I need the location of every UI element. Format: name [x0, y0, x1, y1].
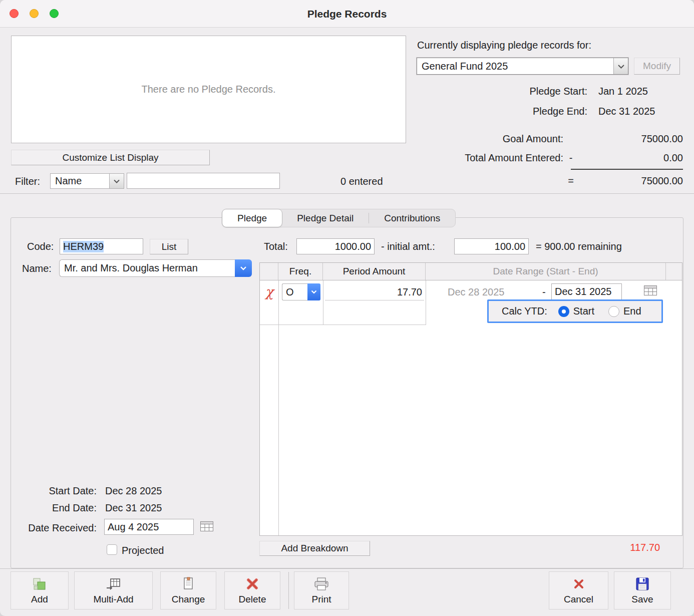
titlebar: Pledge Records [0, 0, 694, 28]
empty-list-message: There are no Pledge Records. [12, 36, 406, 143]
code-input[interactable]: HERM39 [60, 238, 143, 254]
filter-field-dropdown[interactable]: Name [50, 173, 124, 189]
breakdown-total: 117.70 [551, 542, 660, 553]
cancel-icon [572, 576, 586, 592]
list-button[interactable]: List [150, 239, 188, 254]
add-button[interactable]: Add [11, 571, 69, 609]
equals-sign: = [563, 175, 578, 187]
toolbar-divider [0, 568, 694, 569]
calendar-icon[interactable] [643, 285, 657, 298]
calc-ytd-start-radio[interactable] [558, 306, 569, 317]
date-range-dash: - [542, 286, 546, 298]
code-label: Code: [27, 241, 54, 252]
cancel-label: Cancel [564, 594, 593, 605]
filter-input[interactable] [127, 173, 280, 189]
tab-bar: Pledge Pledge Detail Contributions [222, 209, 456, 227]
goal-amount-value: 75000.00 [578, 133, 683, 145]
sum-line [571, 169, 683, 170]
freq-combobox[interactable]: O [282, 283, 320, 300]
total-input[interactable]: 1000.00 [296, 238, 375, 254]
initial-amount-value: 100.00 [495, 241, 525, 252]
change-button[interactable]: Change [160, 571, 216, 609]
goal-amount-label: Goal Amount: [351, 133, 563, 145]
customize-list-display-button[interactable]: Customize List Display [11, 150, 210, 165]
chevron-down-icon [240, 266, 247, 270]
initial-amount-label: - initial amt.: [381, 241, 435, 252]
breakdown-table: Freq. Period Amount Date Range (Start - … [259, 262, 682, 536]
pledge-records-window: Pledge Records There are no Pledge Recor… [0, 0, 694, 616]
save-button[interactable]: Save [614, 571, 671, 609]
end-date-value: Dec 31 2025 [105, 502, 162, 514]
section-divider [0, 193, 694, 194]
freq-dropdown-button[interactable] [307, 283, 320, 300]
fund-value: General Fund 2025 [417, 58, 613, 74]
date-received-input[interactable]: Aug 4 2025 [104, 519, 194, 535]
print-button[interactable]: Print [294, 571, 349, 609]
grid-line [323, 280, 323, 325]
start-date-label: Start Date: [18, 485, 97, 497]
fund-dropdown[interactable]: General Fund 2025 [417, 58, 628, 75]
print-icon [313, 576, 330, 592]
add-breakdown-button[interactable]: Add Breakdown [259, 541, 370, 556]
add-label: Add [31, 594, 48, 605]
date-end-input[interactable]: Dec 31 2025 [551, 283, 622, 300]
calendar-icon[interactable] [200, 521, 214, 534]
goal-remaining-value: 75000.00 [578, 175, 683, 187]
breakdown-table-header: Freq. Period Amount Date Range (Start - … [260, 263, 682, 280]
total-entered-label: Total Amount Entered: [351, 152, 563, 164]
end-date-label: End Date: [18, 502, 97, 514]
delete-label: Delete [239, 594, 266, 605]
delete-button[interactable]: Delete [224, 571, 280, 609]
modify-button[interactable]: Modify [634, 58, 680, 75]
name-label: Name: [22, 263, 52, 274]
header-delete-column [260, 263, 278, 280]
toolbar-separator [288, 572, 289, 609]
tab-pledge-label: Pledge [237, 213, 267, 224]
multi-add-label: Multi-Add [93, 594, 133, 605]
name-combobox[interactable]: Mr. and Mrs. Douglas Herman [59, 259, 252, 277]
start-date-value: Dec 28 2025 [105, 485, 162, 497]
total-label: Total: [264, 241, 288, 252]
add-icon [32, 576, 48, 592]
change-label: Change [172, 594, 205, 605]
multi-add-icon [106, 576, 122, 592]
projected-checkbox[interactable] [107, 544, 117, 555]
change-icon [182, 576, 195, 592]
remaining-text: = 900.00 remaining [536, 241, 622, 252]
period-amount-cell[interactable]: 17.70 [325, 283, 424, 300]
tab-pledge-detail-label: Pledge Detail [297, 213, 354, 224]
save-label: Save [631, 594, 653, 605]
header-icon-column [666, 263, 682, 280]
multi-add-button[interactable]: Multi-Add [74, 571, 153, 609]
cancel-button[interactable]: Cancel [549, 571, 608, 609]
total-value: 1000.00 [335, 241, 371, 252]
initial-amount-input[interactable]: 100.00 [454, 238, 529, 254]
delete-row-marker[interactable]: χ [261, 284, 278, 299]
pledge-records-list[interactable]: There are no Pledge Records. [11, 36, 406, 143]
calc-ytd-end-radio[interactable] [608, 306, 619, 317]
tab-contributions[interactable]: Contributions [369, 209, 455, 227]
window-title: Pledge Records [0, 0, 694, 28]
total-entered-value: 0.00 [578, 152, 683, 164]
tab-contributions-label: Contributions [384, 213, 440, 224]
grid-line [426, 280, 426, 325]
calc-ytd-panel: Calc YTD: Start End [487, 299, 663, 323]
header-period-amount: Period Amount [323, 263, 426, 280]
calc-ytd-label: Calc YTD: [502, 305, 547, 317]
filter-label: Filter: [15, 176, 40, 187]
delete-icon [245, 576, 259, 592]
tab-pledge-detail[interactable]: Pledge Detail [282, 209, 369, 227]
name-value: Mr. and Mrs. Douglas Herman [59, 259, 235, 277]
date-start-text[interactable]: Dec 28 2025 [448, 286, 504, 298]
grid-line [260, 325, 426, 325]
header-freq: Freq. [278, 263, 323, 280]
pledge-start-value: Jan 1 2025 [598, 86, 648, 97]
name-dropdown-button[interactable] [235, 259, 252, 277]
goal-operator [563, 133, 578, 145]
date-end-value: Dec 31 2025 [555, 286, 611, 297]
tab-pledge[interactable]: Pledge [222, 209, 282, 227]
header-date-range: Date Range (Start - End) [426, 263, 666, 280]
chevron-down-icon [109, 174, 124, 188]
projected-label: Projected [122, 545, 164, 556]
grid-line [278, 280, 279, 535]
